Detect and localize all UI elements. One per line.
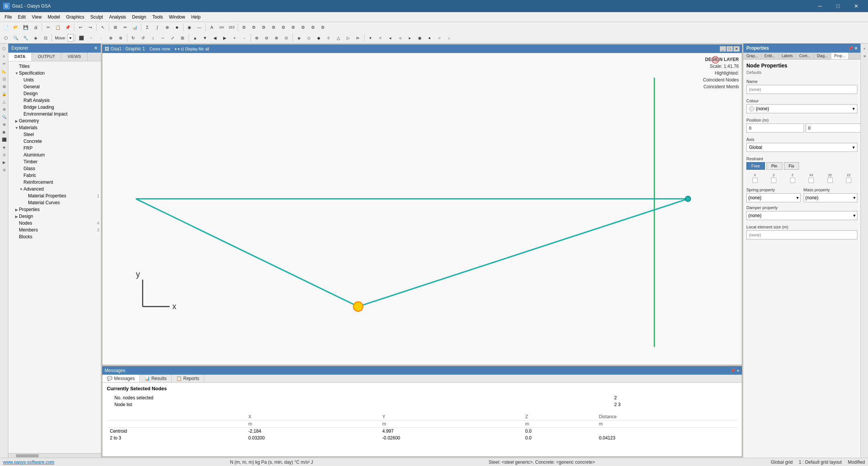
- more6-button[interactable]: ⚙: [289, 23, 298, 32]
- minimize-button[interactable]: ─: [811, 0, 829, 12]
- more2-button[interactable]: ⚙: [249, 23, 258, 32]
- cm-button[interactable]: cm: [217, 23, 226, 32]
- sidebar-icon-6[interactable]: ⊞: [1, 83, 8, 90]
- tree-item-design[interactable]: Design: [8, 90, 101, 97]
- extra11-button[interactable]: ⊳: [353, 33, 363, 42]
- menu-tools[interactable]: Tools: [149, 13, 166, 21]
- more8-button[interactable]: ⚙: [308, 23, 317, 32]
- prop-side-icon-2[interactable]: ✕: [861, 53, 868, 59]
- tree-item-fabric[interactable]: Fabric: [8, 172, 101, 179]
- menu-file[interactable]: File: [2, 13, 15, 21]
- tab-reports[interactable]: 📋 Reports: [172, 375, 204, 382]
- sidebar-icon-17[interactable]: ⊘: [1, 166, 8, 173]
- checkbox-x-input[interactable]: [752, 178, 758, 183]
- extra12-button[interactable]: ▾: [366, 33, 375, 42]
- tree-item-concrete[interactable]: Concrete: [8, 138, 101, 145]
- props-pin[interactable]: 📌: [848, 46, 853, 50]
- table-button[interactable]: ⊞: [111, 23, 120, 32]
- view5-button[interactable]: ⊗: [116, 33, 125, 42]
- maximize-button[interactable]: □: [829, 0, 847, 12]
- save-button[interactable]: 💾: [21, 23, 30, 32]
- rot1-button[interactable]: ↻: [129, 33, 138, 42]
- more4-button[interactable]: ⚙: [269, 23, 278, 32]
- tree-item-bridge[interactable]: Bridge Loading: [8, 104, 101, 111]
- tree-item-environmental[interactable]: Environmental Impact: [8, 111, 101, 117]
- tree-item-materials[interactable]: ▼ Materials: [8, 124, 101, 131]
- display2-button[interactable]: ▼: [200, 33, 210, 42]
- prop-tab-prop[interactable]: Prop...: [831, 53, 849, 59]
- sidebar-icon-5[interactable]: ⊡: [1, 75, 8, 82]
- extra10-button[interactable]: ▷: [344, 33, 353, 42]
- menu-analysis[interactable]: Analysis: [106, 13, 129, 21]
- undo-button[interactable]: ↩: [76, 23, 85, 32]
- messages-pin[interactable]: 📌: [730, 369, 735, 373]
- damper-select[interactable]: (none) ▾: [746, 211, 857, 220]
- extra9-button[interactable]: △: [334, 33, 343, 42]
- menu-edit[interactable]: Edit: [15, 13, 29, 21]
- menu-view[interactable]: View: [29, 13, 45, 21]
- extra13-button[interactable]: ▿: [376, 33, 385, 42]
- display4-button[interactable]: ▶: [220, 33, 229, 42]
- checkbox-yy-input[interactable]: [827, 178, 833, 183]
- tree-item-aluminium[interactable]: Aluminium: [8, 152, 101, 158]
- display1-button[interactable]: ▲: [191, 33, 200, 42]
- paste-button[interactable]: 📌: [63, 23, 72, 32]
- graphic-content[interactable]: DESIGN LAYER Scale: 1:41.76 Highlighted:…: [102, 53, 742, 365]
- mode2-button[interactable]: 🔍: [11, 33, 20, 42]
- tree-item-units[interactable]: Units: [8, 77, 101, 83]
- sidebar-icon-12[interactable]: ◉: [1, 128, 8, 135]
- tree-item-nodes[interactable]: Nodes 4: [8, 220, 101, 227]
- checkbox-y-input[interactable]: [771, 178, 776, 183]
- extra17-button[interactable]: ◉: [415, 33, 424, 42]
- rot5-button[interactable]: ⤢: [168, 33, 177, 42]
- tab-messages[interactable]: 💬 Messages: [102, 375, 140, 382]
- more3-button[interactable]: ⚙: [259, 23, 268, 32]
- messages-close[interactable]: ✕: [737, 369, 740, 373]
- extra20-button[interactable]: ⬦: [445, 33, 454, 42]
- sidebar-icon-3[interactable]: ✏: [1, 60, 8, 67]
- edit-button[interactable]: ✏: [120, 23, 130, 32]
- view1-button[interactable]: ⬛: [77, 33, 86, 42]
- props-close[interactable]: ✕: [854, 46, 857, 50]
- axis-select[interactable]: Global ▾: [746, 143, 857, 152]
- view2-button[interactable]: ◦: [87, 33, 96, 42]
- prop-tab-diag[interactable]: Diag...: [814, 53, 831, 59]
- restraint-pin-button[interactable]: Pin: [766, 162, 782, 170]
- status-link[interactable]: www.oasys-software.com: [3, 460, 54, 465]
- tree-item-design2[interactable]: ▶ Design: [8, 213, 101, 220]
- tab-views[interactable]: VIEWS: [61, 53, 87, 61]
- spring-select[interactable]: (none) ▾: [746, 193, 801, 202]
- sidebar-icon-14[interactable]: ◈: [1, 144, 8, 150]
- stop-button[interactable]: ■: [172, 23, 181, 32]
- node-right[interactable]: [685, 196, 691, 202]
- tree-item-raft[interactable]: Raft Analysis: [8, 97, 101, 104]
- sum-button[interactable]: Σ: [143, 23, 152, 32]
- tree-item-reinforcement[interactable]: Reinforcement: [8, 179, 101, 186]
- rot3-button[interactable]: ↕: [149, 33, 158, 42]
- tree-item-general[interactable]: General: [8, 83, 101, 90]
- sidebar-icon-1[interactable]: ⬡: [1, 45, 8, 52]
- more5-button[interactable]: ⚙: [279, 23, 288, 32]
- menu-design[interactable]: Design: [129, 13, 149, 21]
- tree-item-specification[interactable]: ▼ Specification: [8, 70, 101, 77]
- graphic-maximize[interactable]: □: [727, 46, 733, 52]
- extra7-button[interactable]: ◆: [314, 33, 323, 42]
- sidebar-icon-8[interactable]: △: [1, 98, 8, 105]
- prop-tab-graph[interactable]: Grap...: [743, 53, 762, 59]
- open-button[interactable]: 📂: [11, 23, 20, 32]
- sidebar-icon-13[interactable]: ⬛: [1, 136, 8, 143]
- extra2-button[interactable]: ⊘: [262, 33, 271, 42]
- sidebar-icon-7[interactable]: 🔒: [1, 91, 8, 97]
- extra14-button[interactable]: ◂: [386, 33, 395, 42]
- display6-button[interactable]: -: [240, 33, 249, 42]
- mode3-button[interactable]: 🔧: [21, 33, 30, 42]
- display5-button[interactable]: +: [230, 33, 239, 42]
- more9-button[interactable]: ⚙: [318, 23, 327, 32]
- menu-window[interactable]: Window: [166, 13, 188, 21]
- more7-button[interactable]: ⚙: [299, 23, 308, 32]
- checkbox-z-input[interactable]: [790, 178, 795, 183]
- prop-tab-labels[interactable]: Labels: [779, 53, 796, 59]
- tree-item-timber[interactable]: Timber: [8, 158, 101, 165]
- copy-button[interactable]: 📋: [53, 23, 63, 32]
- tree-item-properties[interactable]: ▶ Properties: [8, 206, 101, 213]
